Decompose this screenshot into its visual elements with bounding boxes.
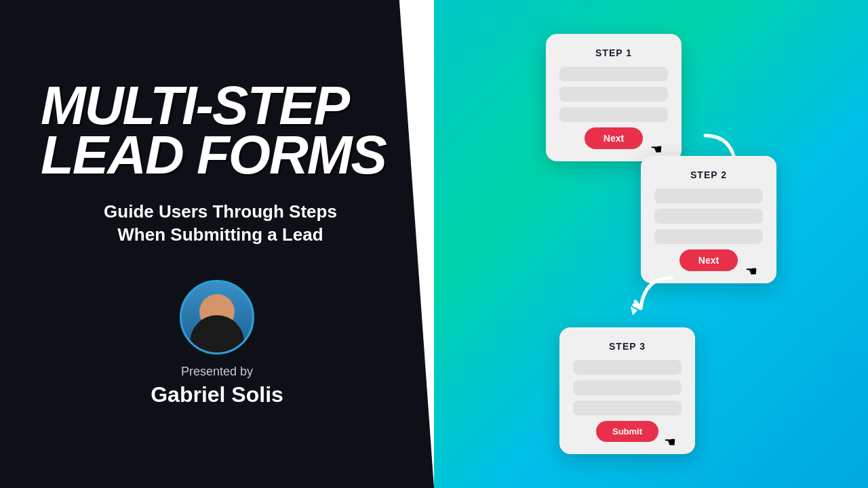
cursor-hand-2-icon: ☛ <box>745 263 757 279</box>
step1-field2 <box>559 87 668 102</box>
step1-field3 <box>559 107 668 122</box>
step3-label: STEP 3 <box>573 341 682 352</box>
main-title: MULTI-STEP LEAD FORMS <box>41 81 386 180</box>
step3-submit-button[interactable]: Submit <box>596 421 658 442</box>
arrow-2-icon <box>627 271 682 325</box>
step3-field2 <box>573 380 682 395</box>
step1-field1 <box>559 66 668 81</box>
avatar <box>180 280 254 354</box>
step1-card: STEP 1 Next ☛ <box>546 34 682 161</box>
title-line2: LEAD FORMS <box>41 125 386 185</box>
step2-btn-wrapper: Next ☛ <box>654 249 763 271</box>
step2-field1 <box>654 188 763 203</box>
step1-btn-wrapper: Next ☛ <box>559 127 668 149</box>
step2-label: STEP 2 <box>654 169 763 180</box>
step3-card: STEP 3 Submit ☛ <box>559 327 695 454</box>
cursor-hand-3-icon: ☛ <box>664 434 676 450</box>
step2-card: STEP 2 Next ☛ <box>641 156 776 283</box>
step3-field3 <box>573 401 682 415</box>
left-panel: MULTI-STEP LEAD FORMS Guide Users Throug… <box>0 0 434 488</box>
presented-by-label: Presented by <box>181 365 253 379</box>
avatar-placeholder <box>182 282 252 352</box>
step3-field1 <box>573 360 682 375</box>
step1-label: STEP 1 <box>559 47 668 58</box>
step2-next-button[interactable]: Next <box>679 249 738 271</box>
subtitle: Guide Users Through StepsWhen Submitting… <box>41 201 393 247</box>
step2-field3 <box>654 229 763 244</box>
step1-next-button[interactable]: Next <box>585 127 643 149</box>
forms-container: STEP 1 Next ☛ STEP 2 Next ☛ <box>546 34 776 454</box>
step2-field2 <box>654 209 763 224</box>
cursor-hand-icon: ☛ <box>650 141 663 157</box>
person-body <box>190 315 244 352</box>
presenter-name: Gabriel Solis <box>151 382 283 407</box>
step3-btn-wrapper: Submit ☛ <box>573 421 682 442</box>
right-panel: STEP 1 Next ☛ STEP 2 Next ☛ <box>434 0 868 488</box>
presenter-section: Presented by Gabriel Solis <box>41 280 393 407</box>
